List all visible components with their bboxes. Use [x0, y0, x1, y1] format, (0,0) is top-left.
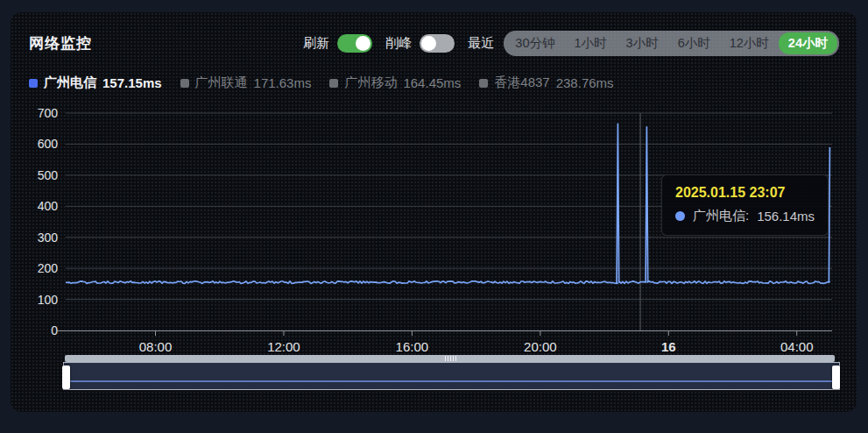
tooltip-series-value: 156.14ms — [757, 209, 815, 224]
toggle-knob — [421, 36, 436, 51]
network-monitor-card: 网络监控 刷新 削峰 最近 30分钟 1小时 3小时 6小时 12小时 24小时… — [11, 12, 857, 412]
header: 网络监控 刷新 削峰 最近 30分钟 1小时 3小时 6小时 12小时 24小时 — [29, 32, 839, 54]
x-axis-tick-label: 08:00 — [139, 339, 173, 354]
range-button-12h[interactable]: 12小时 — [720, 32, 779, 54]
range-button-24h[interactable]: 24小时 — [779, 32, 837, 54]
scrollbar-grip-icon[interactable] — [445, 356, 456, 361]
header-controls: 刷新 削峰 最近 30分钟 1小时 3小时 6小时 12小时 24小时 — [298, 31, 839, 56]
refresh-toggle-label: 刷新 — [303, 35, 329, 52]
x-axis-tick-label: 04:00 — [780, 339, 814, 354]
datazoom-scrollbar[interactable] — [65, 355, 835, 362]
range-button-3h[interactable]: 3小时 — [617, 32, 668, 54]
datazoom-handle-right[interactable] — [832, 366, 840, 389]
y-axis-tick-label: 300 — [38, 231, 59, 245]
datazoom-window[interactable] — [63, 362, 840, 390]
y-axis-tick-label: 700 — [38, 106, 59, 120]
x-axis-tick-label: 20:00 — [524, 339, 557, 354]
tooltip-timestamp: 2025.01.15 23:07 — [675, 185, 815, 201]
series-marker — [29, 79, 38, 88]
series-marker — [479, 79, 488, 88]
x-axis-tick-label: 12:00 — [267, 339, 300, 354]
range-button-1h[interactable]: 1小时 — [564, 32, 616, 54]
page-title: 网络监控 — [29, 33, 92, 53]
range-button-6h[interactable]: 6小时 — [668, 32, 720, 54]
datazoom-handle-left[interactable] — [62, 366, 70, 389]
y-axis-tick-label: 500 — [38, 168, 59, 182]
recent-label: 最近 — [468, 35, 494, 52]
refresh-toggle[interactable] — [337, 34, 372, 53]
peak-shave-toggle-label: 削峰 — [385, 35, 412, 52]
x-axis-tick-label: 16 — [661, 339, 676, 354]
time-range-group: 30分钟 1小时 3小时 6小时 12小时 24小时 — [504, 31, 839, 56]
tooltip-series-row: 广州电信: 156.14ms — [675, 208, 815, 224]
series-marker — [180, 79, 189, 88]
series-dot-icon — [675, 211, 685, 221]
x-axis-tick-label: 16:00 — [396, 339, 429, 354]
series-marker — [329, 79, 338, 88]
range-button-30min[interactable]: 30分钟 — [505, 32, 564, 54]
y-axis-tick-label: 0 — [51, 323, 58, 337]
chart-tooltip: 2025.01.15 23:07 广州电信: 156.14ms — [661, 174, 829, 236]
y-axis-tick-label: 600 — [38, 137, 59, 151]
y-axis-tick-label: 100 — [38, 293, 59, 307]
y-axis-tick-label: 400 — [38, 199, 59, 213]
tooltip-series-name: 广州电信: — [693, 208, 749, 224]
toggle-knob — [356, 36, 370, 51]
y-axis-tick-label: 200 — [38, 261, 59, 275]
peak-shave-toggle[interactable] — [420, 34, 455, 53]
datazoom-data-shadow — [66, 380, 837, 382]
